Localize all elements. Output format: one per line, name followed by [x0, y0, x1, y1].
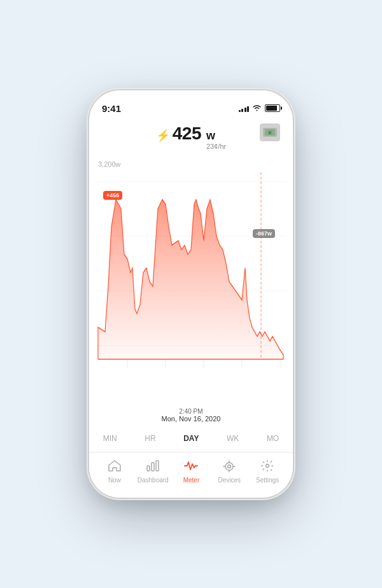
gear-icon — [260, 459, 274, 475]
chart-area: 3,200w — [89, 154, 293, 428]
period-hr[interactable]: HR — [139, 431, 160, 445]
meter-device-icon[interactable]: ||| — [260, 123, 280, 141]
svg-point-19 — [266, 464, 269, 467]
tab-meter[interactable]: Meter — [176, 459, 206, 484]
chart-current-time: 2:40 PM — [162, 408, 221, 415]
signal-icon — [239, 104, 250, 112]
tooltip-badge-2: -867w — [253, 229, 275, 238]
header-power-display: ⚡ 425 w 23¢/hr — [156, 123, 226, 150]
period-selector: MIN HR DAY WK MO — [89, 428, 293, 452]
status-icons — [239, 104, 281, 113]
phone-frame: 9:41 — [89, 90, 293, 498]
tab-dashboard[interactable]: Dashboard — [138, 459, 169, 484]
status-time: 9:41 — [102, 103, 121, 114]
wifi-icon — [252, 104, 262, 113]
tab-bar: Now Dashboard — [89, 452, 293, 498]
period-mo[interactable]: MO — [262, 431, 284, 445]
tab-meter-label: Meter — [183, 477, 200, 484]
phone-screen: 9:41 — [89, 90, 293, 498]
battery-fill — [266, 106, 277, 111]
pulse-icon — [184, 459, 198, 475]
tab-dashboard-label: Dashboard — [138, 477, 169, 484]
tab-settings-label: Settings — [256, 477, 279, 484]
power-icon: ⚡ — [156, 129, 170, 143]
header: ⚡ 425 w 23¢/hr ||| — [89, 118, 293, 154]
tab-now-label: Now — [108, 477, 121, 484]
watts-unit: w — [206, 129, 215, 143]
svg-rect-12 — [156, 461, 159, 471]
chart-current-date: Mon, Nov 16, 2020 — [162, 415, 221, 423]
tab-settings[interactable]: Settings — [252, 459, 283, 484]
svg-point-14 — [228, 465, 231, 468]
tooltip-badge-1: +456 — [103, 191, 122, 200]
tab-devices[interactable]: Devices — [214, 459, 244, 484]
svg-point-13 — [225, 463, 233, 470]
status-bar: 9:41 — [89, 90, 293, 118]
chart-time-label: 2:40 PM Mon, Nov 16, 2020 — [162, 408, 221, 423]
period-day[interactable]: DAY — [178, 431, 204, 445]
svg-rect-10 — [147, 466, 150, 471]
tab-devices-label: Devices — [218, 477, 241, 484]
chart-bar-icon — [146, 459, 160, 475]
header-sub: w 23¢/hr — [206, 129, 226, 150]
svg-rect-11 — [152, 463, 154, 471]
battery-icon — [265, 104, 280, 112]
header-watts: 425 — [173, 123, 201, 144]
home-icon — [108, 459, 122, 475]
header-rate: 23¢/hr — [206, 143, 226, 150]
period-min[interactable]: MIN — [98, 431, 122, 445]
tab-now[interactable]: Now — [99, 459, 130, 484]
period-wk[interactable]: WK — [222, 431, 244, 445]
plug-icon — [222, 459, 236, 475]
